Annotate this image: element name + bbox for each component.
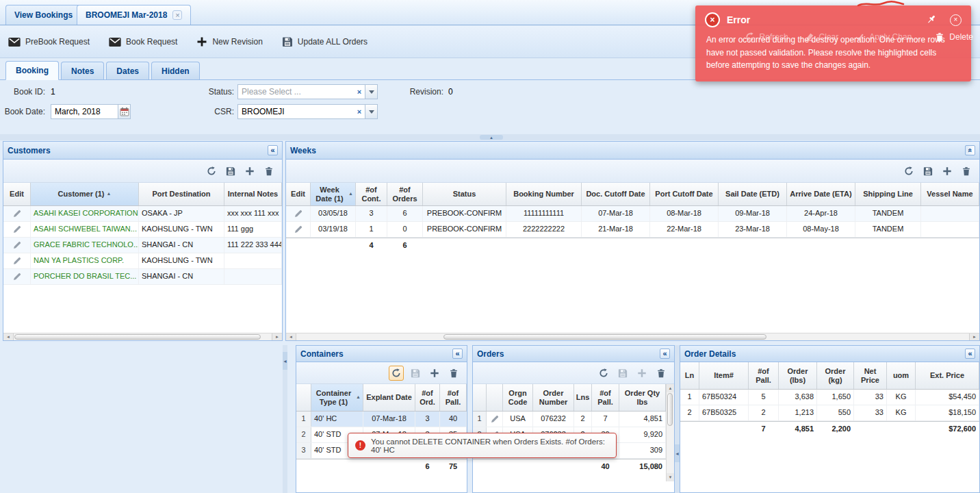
- customer-cell[interactable]: ASAHI KASEI CORPORATION: [31, 206, 139, 221]
- pin-icon[interactable]: [927, 14, 938, 25]
- edit-cell[interactable]: [3, 253, 31, 268]
- edit-cell[interactable]: [286, 222, 311, 237]
- port-destination-cell[interactable]: SHANGAI - CN: [139, 269, 224, 284]
- shipping-line-cell[interactable]: TANDEM: [855, 222, 921, 237]
- of-pall-cell[interactable]: 7: [592, 412, 619, 427]
- tab-notes[interactable]: Notes: [61, 62, 104, 79]
- column-header-orgn-code[interactable]: Orgn Code: [503, 384, 533, 411]
- calendar-icon[interactable]: [118, 105, 130, 118]
- column-header-uom[interactable]: uom: [887, 362, 916, 389]
- delete-button[interactable]: Delete: [935, 32, 973, 42]
- arrive-eta-cell[interactable]: 24-Apr-18: [787, 206, 855, 221]
- add-icon[interactable]: [634, 366, 649, 381]
- edit-cell[interactable]: [487, 412, 503, 427]
- table-row[interactable]: 1 67B50324 5 3,638 1,650 33 KG $54,450: [680, 390, 979, 405]
- horizontal-scrollbar[interactable]: ◄ ►: [3, 333, 282, 340]
- scroll-thumb[interactable]: [443, 334, 766, 340]
- collapse-left-icon[interactable]: «: [965, 349, 975, 359]
- table-row[interactable]: PORCHER DO BRASIL TEC... SHANGAI - CN: [3, 269, 282, 285]
- row-number[interactable]: 1: [473, 412, 487, 427]
- column-header-internal-notes[interactable]: Internal Notes: [224, 183, 282, 205]
- week-date-cell[interactable]: 03/05/18: [311, 206, 356, 221]
- internal-notes-cell[interactable]: xxx xxx 111 xxx: [224, 206, 282, 221]
- orgn-code-cell[interactable]: USA: [503, 412, 533, 427]
- status-cell[interactable]: PREBOOK-CONFIRM: [423, 222, 506, 237]
- cont-cell[interactable]: 1: [356, 222, 387, 237]
- port-cutoff-cell[interactable]: 22-Mar-18: [650, 222, 719, 237]
- clear-icon[interactable]: ×: [354, 105, 365, 118]
- of-ord-cell[interactable]: 3: [415, 412, 440, 427]
- lns-cell[interactable]: 2: [574, 412, 592, 427]
- of-pall-cell[interactable]: 2: [749, 405, 779, 420]
- order-qty-cell[interactable]: 309: [619, 443, 666, 458]
- column-header-customer[interactable]: Customer (1) ▲: [31, 183, 139, 205]
- prebook-request-button[interactable]: PreBook Request: [8, 37, 90, 47]
- column-header-ln[interactable]: Ln: [680, 362, 699, 389]
- collapse-left-handle[interactable]: ◄: [283, 352, 287, 370]
- delete-icon[interactable]: [654, 366, 669, 381]
- column-header-of-pall[interactable]: #of Pall.: [592, 384, 619, 411]
- horizontal-splitter[interactable]: ▲: [0, 134, 980, 140]
- vertical-splitter[interactable]: ◄: [283, 345, 287, 493]
- column-header-ext-price[interactable]: Ext. Price: [916, 362, 979, 389]
- port-destination-cell[interactable]: SHANGAI - CN: [139, 238, 224, 253]
- vessel-cell[interactable]: [921, 222, 979, 237]
- tab-view-bookings[interactable]: View Bookings: [5, 5, 81, 25]
- ext-price-cell[interactable]: $18,150: [916, 405, 979, 420]
- clear-button[interactable]: Clear: [805, 32, 839, 42]
- tab-hidden[interactable]: Hidden: [151, 62, 200, 79]
- scroll-thumb[interactable]: [14, 334, 261, 340]
- port-destination-cell[interactable]: KAOHSLUNG - TWN: [139, 222, 224, 237]
- collapse-up-icon[interactable]: «: [965, 145, 975, 155]
- column-header-order-number[interactable]: Order Number: [533, 384, 574, 411]
- refresh-icon[interactable]: [596, 366, 611, 381]
- delete-icon[interactable]: [446, 366, 461, 381]
- horizontal-scrollbar[interactable]: ◄ ►: [286, 333, 979, 340]
- item-cell[interactable]: 67B50324: [699, 390, 749, 405]
- save-icon[interactable]: [408, 366, 423, 381]
- ln-cell[interactable]: 1: [680, 390, 699, 405]
- orders-cell[interactable]: 0: [387, 222, 423, 237]
- column-header-of-ord[interactable]: #of Ord.: [415, 384, 440, 411]
- column-header-port-cutoff[interactable]: Port Cutoff Date: [650, 183, 719, 205]
- customer-cell[interactable]: ASAHI SCHWEBEL TAIWAN...: [31, 222, 139, 237]
- update-all-orders-button[interactable]: Update ALL Orders: [282, 36, 368, 47]
- column-header-week-date[interactable]: Week Date (1) ▲: [311, 183, 356, 205]
- add-icon[interactable]: [242, 164, 257, 179]
- collapse-left-handle[interactable]: ◄: [675, 444, 680, 462]
- row-number[interactable]: 3: [296, 443, 311, 458]
- arrive-eta-cell[interactable]: 08-May-18: [787, 222, 855, 237]
- customer-cell[interactable]: NAN YA PLASTICS CORP.: [31, 253, 139, 268]
- of-pall-cell[interactable]: 40: [440, 412, 467, 427]
- ext-price-cell[interactable]: $54,450: [916, 390, 979, 405]
- column-header-status[interactable]: Status: [423, 183, 506, 205]
- column-header-port-destination[interactable]: Port Destination: [139, 183, 224, 205]
- order-lbs-cell[interactable]: 1,213: [779, 405, 817, 420]
- table-row[interactable]: GRACE FABRIC TECHNOLO... SHANGAI - CN 11…: [3, 238, 282, 253]
- chevron-down-icon[interactable]: [365, 105, 377, 118]
- edit-cell[interactable]: [286, 206, 311, 221]
- port-destination-cell[interactable]: KAOHSLUNG - TWN: [139, 253, 224, 268]
- csr-combo[interactable]: BROOMEJI ×: [237, 104, 378, 119]
- column-header-edit[interactable]: Edit: [286, 183, 311, 205]
- column-header-edit[interactable]: Edit: [3, 183, 31, 205]
- week-date-cell[interactable]: 03/19/18: [311, 222, 356, 237]
- uom-cell[interactable]: KG: [887, 405, 916, 420]
- column-header-net-price[interactable]: Net Price: [854, 362, 887, 389]
- del-icon[interactable]: [959, 164, 974, 179]
- internal-notes-cell[interactable]: 111 ggg: [224, 222, 282, 237]
- apply-changes-button[interactable]: Apply Chan...: [855, 32, 918, 42]
- scroll-left-icon[interactable]: ◄: [3, 333, 14, 340]
- edit-cell[interactable]: [3, 269, 31, 284]
- doc-cutoff-cell[interactable]: 07-Mar-18: [582, 206, 650, 221]
- booking-number-cell[interactable]: 11111111111: [506, 206, 582, 221]
- edit-cell[interactable]: [3, 238, 31, 253]
- column-header-item[interactable]: Item#: [699, 362, 749, 389]
- refresh-button[interactable]: Refresh: [745, 32, 788, 42]
- order-qty-cell[interactable]: 9,920: [619, 427, 666, 442]
- order-qty-cell[interactable]: 4,851: [619, 412, 666, 427]
- save-icon[interactable]: [920, 164, 936, 179]
- order-kg-cell[interactable]: 550: [817, 405, 854, 420]
- sail-etd-cell[interactable]: 23-Mar-18: [719, 222, 787, 237]
- container-type-cell[interactable]: 40' HC: [311, 412, 363, 427]
